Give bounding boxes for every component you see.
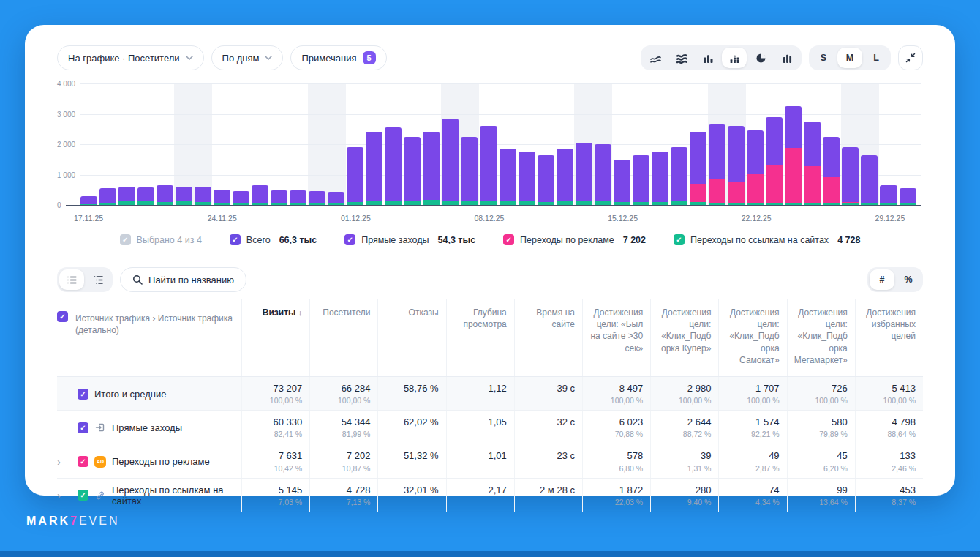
bar-18.12.25[interactable] [669, 83, 688, 205]
column-header[interactable]: Достижения цели: «Клик_Подборка Мегамарк… [787, 299, 855, 376]
bar-27.12.25[interactable] [841, 83, 860, 205]
bar-18.11.25[interactable] [98, 83, 117, 205]
bar-14.12.25[interactable] [593, 83, 612, 205]
percent-toggle[interactable]: % [896, 269, 921, 290]
bar-24.12.25[interactable] [784, 83, 803, 205]
row-label[interactable]: Переходы по ссылкам на сайтах [112, 485, 234, 506]
column-header[interactable]: ✓Источник трафика › Источник трафика (де… [57, 299, 241, 376]
bar-01.12.25[interactable] [346, 83, 365, 205]
bar-08.12.25[interactable] [479, 83, 498, 205]
bar-11.12.25[interactable] [536, 83, 555, 205]
column-header[interactable]: Визиты ↓ [241, 299, 309, 376]
bars-chart-icon[interactable] [696, 48, 720, 68]
bar-29.12.25[interactable] [879, 83, 898, 205]
pie-chart-icon[interactable] [748, 48, 773, 68]
tree-list-view-button[interactable] [86, 269, 110, 290]
bar-26.11.25[interactable] [250, 83, 269, 205]
columns-chart-icon[interactable] [774, 48, 799, 68]
metric-percent [521, 430, 575, 438]
bar-20.11.25[interactable] [136, 83, 155, 205]
chart-size-m[interactable]: M [837, 48, 862, 68]
bar-20.12.25[interactable] [708, 83, 727, 205]
bar-24.11.25[interactable] [212, 83, 231, 205]
metric-cell: 5 413100,00 % [855, 377, 923, 410]
bar-22.11.25[interactable] [174, 83, 193, 205]
metric-percent [453, 464, 507, 473]
bar-26.12.25[interactable] [822, 83, 841, 205]
bar-05.12.25[interactable] [422, 83, 441, 205]
stacked-area-chart-icon[interactable] [669, 48, 694, 68]
bar-23.12.25[interactable] [765, 83, 784, 205]
legend-item[interactable]: ✓Переходы по рекламе7 202 [503, 234, 646, 245]
expand-chevron-icon[interactable]: › [57, 456, 61, 467]
bar-segment-links [233, 203, 249, 205]
chart-size-s[interactable]: S [811, 48, 836, 68]
bar-28.11.25[interactable] [289, 83, 308, 205]
bar-segment-direct [842, 147, 859, 202]
bar-30.11.25[interactable] [327, 83, 346, 205]
row-checkbox[interactable]: ✓ [78, 456, 88, 467]
legend-item[interactable]: ✓Переходы по ссылкам на сайтах4 728 [674, 234, 860, 245]
bar-09.12.25[interactable] [498, 83, 517, 205]
bar-segment-ads [785, 148, 802, 203]
granularity-selector[interactable]: По дням [211, 45, 284, 70]
legend-item[interactable]: ✓Выбрано 4 из 4 [120, 234, 202, 245]
expand-chevron-icon[interactable]: › [57, 490, 61, 501]
column-header[interactable]: Достижения цели: «Клик_Подборка Купер» [650, 299, 718, 376]
bar-07.12.25[interactable] [460, 83, 479, 205]
column-header[interactable]: Достижения цели: «Клик_Подборка Самокат» [718, 299, 786, 376]
bar-22.12.25[interactable] [746, 83, 765, 205]
bar-21.11.25[interactable] [155, 83, 174, 205]
bar-10.12.25[interactable] [517, 83, 536, 205]
line-chart-icon[interactable] [643, 48, 668, 68]
bar-03.12.25[interactable] [384, 83, 403, 205]
column-header[interactable]: Время на сайте [514, 299, 582, 376]
row-checkbox[interactable]: ✓ [78, 389, 88, 400]
metric-value: 45 [794, 450, 848, 462]
bar-segment-ads [709, 179, 725, 203]
search-by-name-button[interactable]: Найти по названию [120, 267, 246, 292]
bar-16.12.25[interactable] [631, 83, 650, 205]
bar-13.12.25[interactable] [574, 83, 593, 205]
bar-17.12.25[interactable] [650, 83, 669, 205]
row-label[interactable]: Прямые заходы [112, 422, 182, 433]
bar-25.11.25[interactable] [231, 83, 250, 205]
column-header[interactable]: Отказы [377, 299, 445, 376]
row-label[interactable]: Переходы по рекламе [112, 456, 210, 467]
bar-23.11.25[interactable] [193, 83, 212, 205]
bar-04.12.25[interactable] [403, 83, 422, 205]
bar-12.12.25[interactable] [555, 83, 574, 205]
metric-value: 1 574 [725, 416, 779, 428]
flat-list-view-button[interactable] [59, 269, 84, 290]
notes-button[interactable]: Примечания 5 [290, 45, 386, 70]
collapse-chart-button[interactable] [898, 45, 923, 70]
bar-28.12.25[interactable] [860, 83, 879, 205]
bar-segment-direct [195, 187, 211, 203]
column-header[interactable]: Глубина просмотра [446, 299, 514, 376]
bar-15.12.25[interactable] [612, 83, 631, 205]
numbers-toggle[interactable]: # [870, 269, 894, 290]
column-header[interactable]: Достижения цели: «Был на сайте >30 сек» [582, 299, 650, 376]
row-checkbox[interactable]: ✓ [78, 490, 88, 501]
bar-29.11.25[interactable] [308, 83, 327, 205]
bar-segment-links [633, 202, 649, 205]
bar-19.12.25[interactable] [689, 83, 708, 205]
metric-value: 23 с [521, 450, 575, 462]
chart-size-l[interactable]: L [864, 48, 889, 68]
bar-19.11.25[interactable] [117, 83, 136, 205]
bar-02.12.25[interactable] [365, 83, 384, 205]
column-header[interactable]: Достижения избранных целей [855, 299, 923, 376]
row-checkbox[interactable]: ✓ [78, 422, 88, 433]
bar-25.12.25[interactable] [803, 83, 822, 205]
stacked-bars-chart-icon[interactable] [722, 48, 747, 68]
bar-17.11.25[interactable] [79, 83, 98, 205]
legend-item[interactable]: ✓Прямые заходы54,3 тыс [344, 234, 475, 245]
bar-30.12.25[interactable] [898, 83, 917, 205]
legend-item[interactable]: ✓Всего66,3 тыс [230, 234, 317, 245]
bar-27.11.25[interactable] [269, 83, 288, 205]
select-all-checkbox[interactable]: ✓ [57, 311, 68, 322]
bar-21.12.25[interactable] [727, 83, 746, 205]
column-header[interactable]: Посетители [309, 299, 377, 376]
bar-06.12.25[interactable] [441, 83, 460, 205]
metric-selector[interactable]: На графике · Посетители [57, 45, 204, 70]
